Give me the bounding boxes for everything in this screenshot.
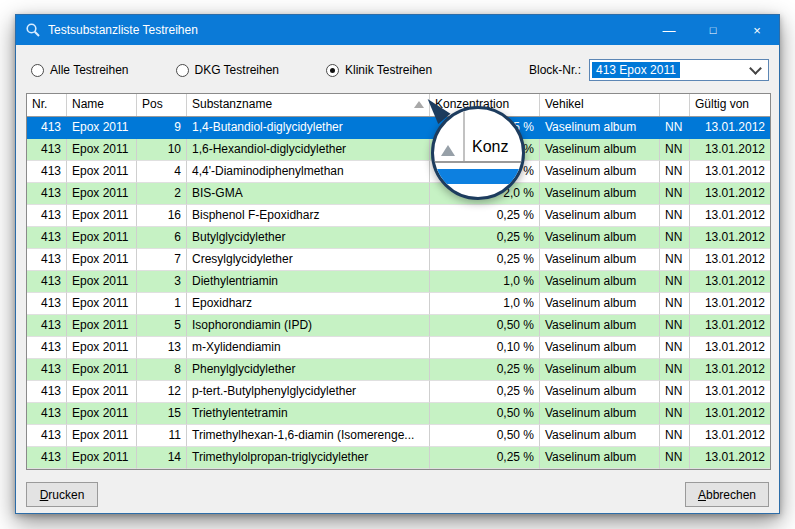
- table-row[interactable]: 413Epox 20111Epoxidharz1,0 %Vaselinum al…: [27, 293, 770, 315]
- table-cell: 1: [137, 293, 187, 315]
- table-cell: NN: [660, 425, 690, 447]
- radio-alle-testreihen[interactable]: Alle Testreihen: [31, 63, 129, 77]
- table-cell: Vaselinum album: [540, 117, 660, 139]
- table-cell: Epoxidharz: [187, 293, 430, 315]
- block-nr-combobox[interactable]: 413 Epox 2011: [589, 59, 769, 81]
- table-cell: Diethylentriamin: [187, 271, 430, 293]
- filter-row: Alle Testreihen DKG Testreihen Klinik Te…: [26, 57, 769, 83]
- table-cell: 13.01.2012: [690, 337, 770, 359]
- radio-icon: [326, 64, 339, 77]
- table-cell: NN: [660, 447, 690, 469]
- table-cell: NN: [660, 381, 690, 403]
- table-cell: NN: [660, 183, 690, 205]
- table-cell: NN: [660, 403, 690, 425]
- table-cell: Epox 2011: [67, 139, 137, 161]
- table-cell: 0,25 %: [430, 249, 540, 271]
- table-cell: 0,25 %: [430, 205, 540, 227]
- table-cell: 0,50 %: [430, 315, 540, 337]
- column-header-vehikel[interactable]: Vehikel: [540, 94, 660, 116]
- table-cell: Isophorondiamin (IPD): [187, 315, 430, 337]
- magnified-header-text: Konz: [472, 138, 508, 156]
- table-cell: Vaselinum album: [540, 315, 660, 337]
- app-icon: [25, 22, 41, 38]
- column-header-substanzname[interactable]: Substanzname: [187, 94, 430, 116]
- table-cell: Vaselinum album: [540, 337, 660, 359]
- chevron-down-icon[interactable]: [749, 62, 762, 75]
- table-cell: 413: [27, 293, 67, 315]
- table-cell: 11: [137, 425, 187, 447]
- table-cell: 13: [137, 337, 187, 359]
- window-title: Testsubstanzliste Testreihen: [48, 23, 647, 37]
- table-cell: 13.01.2012: [690, 425, 770, 447]
- table-cell: 14: [137, 447, 187, 469]
- table-row[interactable]: 413Epox 201114Trimethylolpropan-triglyci…: [27, 447, 770, 469]
- column-header-empty[interactable]: [660, 94, 690, 116]
- table-body: 413Epox 201191,4-Butandiol-diglycidyleth…: [27, 117, 770, 469]
- table-row[interactable]: 413Epox 20112BIS-GMA2,0 %Vaselinum album…: [27, 183, 770, 205]
- table-cell: 413: [27, 139, 67, 161]
- table-cell: 413: [27, 359, 67, 381]
- table-row[interactable]: 413Epox 20117Cresylglycidylether0,25 %Va…: [27, 249, 770, 271]
- table-cell: Cresylglycidylether: [187, 249, 430, 271]
- table-cell: Vaselinum album: [540, 403, 660, 425]
- table-row[interactable]: 413Epox 201111Trimethylhexan-1,6-diamin …: [27, 425, 770, 447]
- table-cell: Phenylglycidylether: [187, 359, 430, 381]
- table-cell: NN: [660, 337, 690, 359]
- table-cell: Epox 2011: [67, 161, 137, 183]
- column-header-pos[interactable]: Pos: [137, 94, 187, 116]
- cancel-button[interactable]: Abbrechen: [685, 482, 769, 507]
- table-cell: 1,0 %: [430, 271, 540, 293]
- table-cell: 13.01.2012: [690, 293, 770, 315]
- table-cell: 2: [137, 183, 187, 205]
- table-row[interactable]: 413Epox 201116Bisphenol F-Epoxidharz0,25…: [27, 205, 770, 227]
- table-cell: Epox 2011: [67, 315, 137, 337]
- print-button[interactable]: Drucken: [26, 482, 98, 507]
- table-cell: Epox 2011: [67, 249, 137, 271]
- table-cell: 4: [137, 161, 187, 183]
- table-cell: 413: [27, 425, 67, 447]
- table-cell: Triethylentetramin: [187, 403, 430, 425]
- table-row[interactable]: 413Epox 201112p-tert.-Butylphenylglycidy…: [27, 381, 770, 403]
- table-cell: Epox 2011: [67, 183, 137, 205]
- table-cell: 1,6-Hexandiol-diglycidylether: [187, 139, 430, 161]
- table-cell: 3: [137, 271, 187, 293]
- column-header-name[interactable]: Name: [67, 94, 137, 116]
- column-header-nr[interactable]: Nr.: [27, 94, 67, 116]
- minimize-button[interactable]: —: [647, 15, 691, 45]
- table-row[interactable]: 413Epox 20113Diethylentriamin1,0 %Vaseli…: [27, 271, 770, 293]
- table-cell: 12: [137, 381, 187, 403]
- table-cell: Epox 2011: [67, 403, 137, 425]
- table-cell: Epox 2011: [67, 117, 137, 139]
- substance-table: Nr. Name Pos Substanzname Konzentration …: [26, 93, 771, 470]
- table-cell: 13.01.2012: [690, 249, 770, 271]
- table-cell: NN: [660, 227, 690, 249]
- maximize-button[interactable]: □: [691, 15, 735, 45]
- table-row[interactable]: 413Epox 20118Phenylglycidylether0,25 %Va…: [27, 359, 770, 381]
- magnified-sort-ascending-icon: [441, 145, 455, 156]
- radio-icon: [176, 64, 189, 77]
- table-row[interactable]: 413Epox 20116Butylglycidylether0,25 %Vas…: [27, 227, 770, 249]
- table-cell: p-tert.-Butylphenylglycidylether: [187, 381, 430, 403]
- radio-dkg-testreihen[interactable]: DKG Testreihen: [176, 63, 280, 77]
- table-cell: NN: [660, 205, 690, 227]
- table-cell: Epox 2011: [67, 205, 137, 227]
- table-row[interactable]: 413Epox 2011101,6-Hexandiol-diglycidylet…: [27, 139, 770, 161]
- table-cell: 13.01.2012: [690, 381, 770, 403]
- table-row[interactable]: 413Epox 201144,4'-Diaminodiphenylmethan0…: [27, 161, 770, 183]
- table-cell: 10: [137, 139, 187, 161]
- table-row[interactable]: 413Epox 201113m-Xylidendiamin0,10 %Vasel…: [27, 337, 770, 359]
- table-row[interactable]: 413Epox 201191,4-Butandiol-diglycidyleth…: [27, 117, 770, 139]
- magnified-column-divider: [463, 109, 465, 161]
- close-button[interactable]: ×: [735, 15, 779, 45]
- table-row[interactable]: 413Epox 201115Triethylentetramin0,50 %Va…: [27, 403, 770, 425]
- radio-label: Klinik Testreihen: [345, 63, 432, 77]
- table-cell: 15: [137, 403, 187, 425]
- radio-klinik-testreihen[interactable]: Klinik Testreihen: [326, 63, 432, 77]
- dialog-window: Testsubstanzliste Testreihen — □ × Alle …: [15, 14, 780, 514]
- table-cell: Epox 2011: [67, 359, 137, 381]
- column-header-gueltig-von[interactable]: Gültig von: [690, 94, 770, 116]
- table-cell: 0,50 %: [430, 403, 540, 425]
- table-row[interactable]: 413Epox 20115Isophorondiamin (IPD)0,50 %…: [27, 315, 770, 337]
- table-cell: m-Xylidendiamin: [187, 337, 430, 359]
- table-cell: 413: [27, 447, 67, 469]
